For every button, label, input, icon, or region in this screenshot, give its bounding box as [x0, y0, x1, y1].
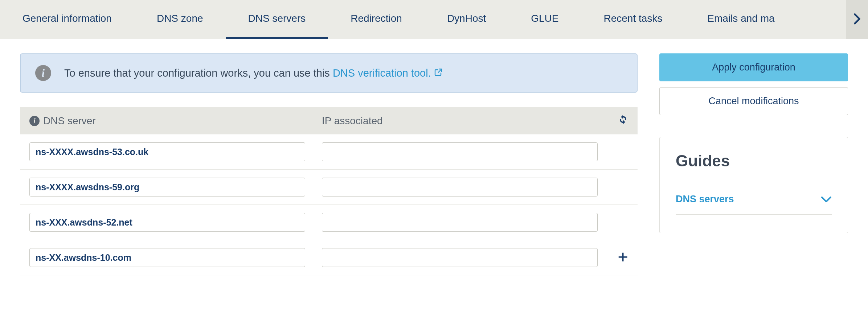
- cancel-modifications-button[interactable]: Cancel modifications: [659, 87, 848, 115]
- guides-item-dns-servers[interactable]: DNS servers: [676, 184, 832, 215]
- button-label: Cancel modifications: [708, 96, 799, 106]
- add-row-button[interactable]: [617, 251, 628, 264]
- tab-label: GLUE: [531, 13, 558, 24]
- info-icon: i: [29, 116, 40, 126]
- dns-verification-link[interactable]: DNS verification tool.: [333, 67, 443, 79]
- dns-server-input[interactable]: [29, 213, 305, 232]
- button-label: Apply configuration: [712, 62, 795, 73]
- info-text-prefix: To ensure that your configuration works,…: [64, 67, 333, 79]
- tabs-list: General information DNS zone DNS servers…: [0, 0, 797, 39]
- ip-associated-input[interactable]: [322, 248, 598, 267]
- tab-label: General information: [22, 13, 112, 24]
- tab-dns-servers[interactable]: DNS servers: [226, 0, 328, 39]
- dns-table-header: i DNS server IP associated: [20, 107, 638, 134]
- tab-recent-tasks[interactable]: Recent tasks: [581, 0, 685, 39]
- guides-panel: Guides DNS servers: [659, 137, 848, 233]
- tab-label: DNS servers: [248, 13, 306, 24]
- dns-server-input[interactable]: [29, 178, 305, 197]
- info-icon: i: [35, 65, 51, 81]
- tab-emails[interactable]: Emails and ma: [685, 0, 797, 39]
- tab-label: Recent tasks: [604, 13, 663, 24]
- tab-dns-zone[interactable]: DNS zone: [134, 0, 226, 39]
- ip-associated-input[interactable]: [322, 142, 598, 161]
- refresh-icon: [618, 114, 628, 127]
- tab-dynhost[interactable]: DynHost: [425, 0, 508, 39]
- plus-icon: [617, 251, 628, 264]
- guides-title: Guides: [676, 152, 832, 170]
- tab-glue[interactable]: GLUE: [508, 0, 581, 39]
- tab-general-information[interactable]: General information: [0, 0, 134, 39]
- tabs-bar: General information DNS zone DNS servers…: [0, 0, 868, 39]
- info-banner-text: To ensure that your configuration works,…: [64, 67, 443, 79]
- dns-server-input[interactable]: [29, 248, 305, 267]
- column-header-dns: DNS server: [43, 115, 96, 127]
- tab-label: DynHost: [447, 13, 486, 24]
- chevron-right-icon: [853, 13, 861, 26]
- chevron-down-icon: [821, 196, 832, 203]
- external-link-icon: [434, 67, 443, 79]
- tab-label: DNS zone: [157, 13, 203, 24]
- table-row: [20, 170, 638, 205]
- guides-item-label: DNS servers: [676, 194, 734, 205]
- table-row: [20, 205, 638, 240]
- dns-server-input[interactable]: [29, 142, 305, 161]
- column-header-ip: IP associated: [322, 115, 383, 126]
- link-text: DNS verification tool.: [333, 67, 431, 79]
- tabs-scroll-right-button[interactable]: [846, 0, 868, 39]
- info-banner: i To ensure that your configuration work…: [20, 53, 638, 93]
- table-row: [20, 134, 638, 170]
- apply-configuration-button[interactable]: Apply configuration: [659, 53, 848, 81]
- refresh-button[interactable]: [618, 114, 628, 127]
- tab-label: Redirection: [351, 13, 402, 24]
- tab-redirection[interactable]: Redirection: [328, 0, 425, 39]
- ip-associated-input[interactable]: [322, 213, 598, 232]
- tab-label: Emails and ma: [707, 13, 774, 24]
- table-row: [20, 240, 638, 275]
- ip-associated-input[interactable]: [322, 178, 598, 197]
